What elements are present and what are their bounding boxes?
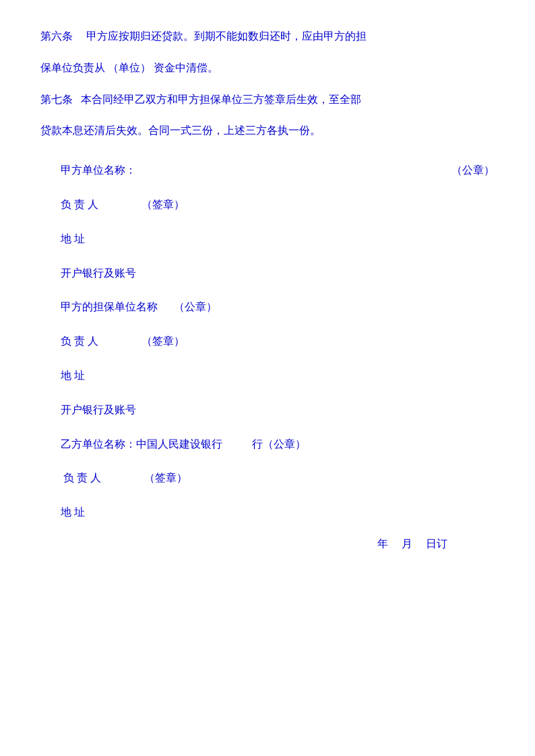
dizhi-label-1: 地 址 <box>61 230 85 249</box>
dizhi-label-3: 地 址 <box>61 503 85 522</box>
jiafang-danbaodanwei-row: 甲方的担保单位名称 （公章） <box>61 298 495 317</box>
fuzeren-label-1: 负 责 人 <box>61 195 98 215</box>
kaihuyinhang-row-2: 开户银行及账号 <box>61 401 495 420</box>
dizhi-label-2: 地 址 <box>61 366 85 386</box>
dizhi-row-1: 地 址 <box>61 230 495 249</box>
dizhi-row-2: 地 址 <box>61 366 495 386</box>
kaihuyinhang-row-1: 开户银行及账号 <box>61 264 495 283</box>
fuzeren-label-2: 负 责 人 <box>61 332 98 351</box>
document-page: 第六条 甲方应按期归还贷款。到期不能如数归还时，应由甲方的担 保单位负责从 （单… <box>0 0 535 756</box>
fuzeren-row-3: 负 责 人 （签章） <box>61 469 495 488</box>
date-row: 年 月 日订 <box>40 537 495 551</box>
month-label: 月 <box>402 537 412 551</box>
kaihuyinhang-label-2: 开户银行及账号 <box>61 401 136 420</box>
fuzeren-row-2: 负 责 人 （签章） <box>61 332 495 351</box>
fuzeren-seal-2: （签章） <box>141 332 185 351</box>
article-7-title: 第七条 <box>40 94 73 105</box>
article-7-line1: 本合同经甲乙双方和甲方担保单位三方签章后生效，至全部 <box>81 94 361 105</box>
yifang-name-label: 乙方单位名称：中国人民建设银行 <box>61 435 222 454</box>
yifang-name-row: 乙方单位名称：中国人民建设银行 行（公章） <box>61 435 495 454</box>
day-label: 日订 <box>426 537 447 551</box>
kaihuyinhang-label-1: 开户银行及账号 <box>61 264 136 283</box>
jiafang-danbaodanwei-label: 甲方的担保单位名称 <box>61 298 158 317</box>
article-6-line2: 保单位负责从 （单位） 资金中清偿。 <box>40 59 495 78</box>
jiafang-seal: （公章） <box>451 161 495 180</box>
fuzeren-row-1: 负 责 人 （签章） <box>61 195 495 215</box>
article-6-title: 第六条 <box>40 30 73 42</box>
fuzeren-seal-1: （签章） <box>141 195 185 215</box>
year-label: 年 <box>377 537 388 551</box>
article-7-line2: 贷款本息还清后失效。合同一式三份，上述三方各执一份。 <box>40 121 495 141</box>
jiafang-name-label: 甲方单位名称： <box>61 161 136 180</box>
article-7: 第七条 本合同经甲乙双方和甲方担保单位三方签章后生效，至全部 <box>40 90 495 110</box>
dizhi-row-3: 地 址 <box>61 503 495 522</box>
article-6: 第六条 甲方应按期归还贷款。到期不能如数归还时，应由甲方的担 <box>40 27 495 46</box>
jiafang-name-row: 甲方单位名称： （公章） <box>61 161 495 180</box>
fuzeren-seal-3: （签章） <box>144 469 187 488</box>
yifang-suffix: 行（公章） <box>252 435 306 454</box>
fuzeren-label-3: 负 责 人 <box>63 469 101 488</box>
jiafang-danbaodanwei-seal: （公章） <box>174 298 217 317</box>
signature-block: 甲方单位名称： （公章） 负 责 人 （签章） 地 址 开户银行及账号 甲方的担… <box>40 161 495 522</box>
article-6-line1: 甲方应按期归还贷款。到期不能如数归还时，应由甲方的担 <box>86 30 367 42</box>
